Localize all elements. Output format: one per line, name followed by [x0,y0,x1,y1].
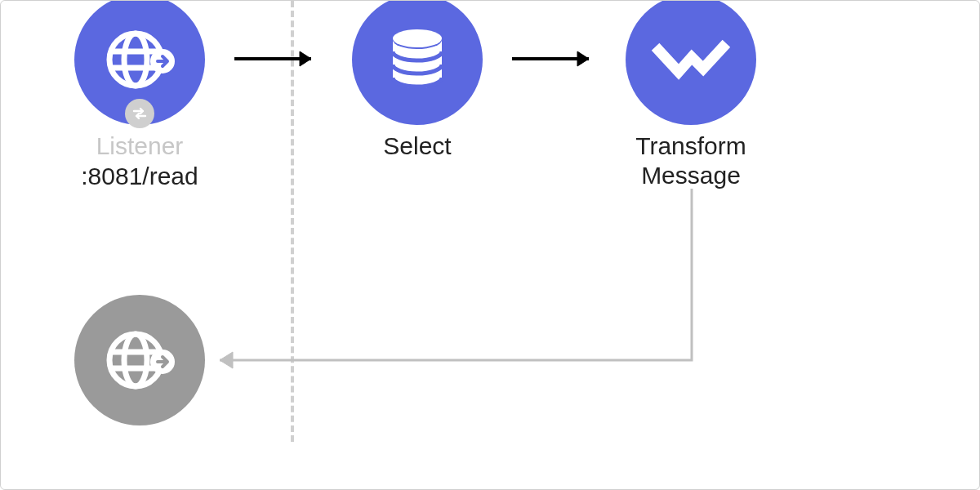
node-transform[interactable]: Transform Message [601,0,781,190]
arrow-listener-to-select [229,47,327,71]
node-transform-label: Transform Message [635,131,746,190]
return-arrow-transform-to-response [197,189,719,376]
bidirectional-arrows-icon [131,105,149,122]
node-listener-label: Listener [96,131,184,161]
svg-point-9 [124,334,147,386]
svg-point-1 [124,33,147,86]
chevron-transform-icon [646,15,736,105]
node-listener-circle [74,0,205,125]
node-select-label: Select [383,131,451,161]
svg-point-7 [393,29,442,47]
node-response-circle [74,295,205,425]
node-select[interactable]: Select [327,0,507,161]
arrow-select-to-transform [507,47,605,71]
node-select-circle [352,0,483,125]
node-listener[interactable]: Listener :8081/read [50,0,229,190]
listener-exchange-badge [125,99,154,128]
node-transform-circle [626,0,756,125]
globe-arrow-icon [99,19,180,100]
globe-arrow-icon [99,319,180,401]
node-listener-sublabel: :8081/read [81,163,198,190]
flow-canvas: Listener :8081/read Select Transform Mes… [1,1,979,489]
database-icon [376,19,458,100]
